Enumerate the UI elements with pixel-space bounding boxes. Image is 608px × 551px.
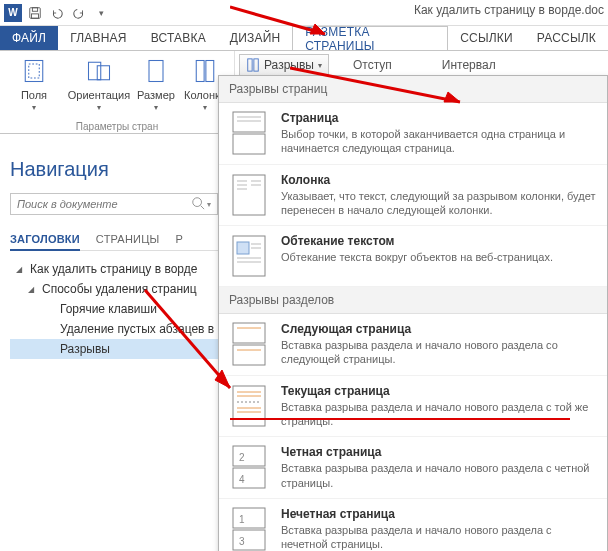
item-title: Страница — [281, 111, 597, 125]
svg-rect-29 — [233, 345, 265, 365]
tab-design[interactable]: ДИЗАЙН — [218, 26, 293, 50]
ribbon-tabs: ФАЙЛ ГЛАВНАЯ ВСТАВКА ДИЗАЙН РАЗМЕТКА СТР… — [0, 26, 608, 50]
size-icon — [140, 55, 172, 87]
tree-label: Способы удаления страниц — [42, 282, 197, 296]
svg-rect-5 — [89, 62, 101, 80]
margins-icon — [18, 55, 50, 87]
svg-rect-9 — [206, 61, 214, 82]
break-item-textwrap[interactable]: Обтекание текстом Обтекание текста вокру… — [219, 226, 607, 287]
tab-file[interactable]: ФАЙЛ — [0, 26, 58, 50]
size-label: Размер — [137, 89, 175, 101]
breaks-icon — [246, 58, 260, 72]
qat-more-icon[interactable]: ▾ — [92, 4, 110, 22]
interval-label: Интервал — [432, 54, 506, 76]
tree-node[interactable]: ◢ Способы удаления страниц — [10, 279, 218, 299]
svg-rect-23 — [237, 242, 249, 254]
tree-node[interactable]: ◢ Как удалить страницу в ворде — [10, 259, 218, 279]
item-desc: Вставка разрыва раздела и начало нового … — [281, 338, 597, 367]
annotation-underline — [230, 418, 570, 420]
tree-label: Разрывы — [60, 342, 110, 356]
svg-rect-12 — [233, 112, 265, 132]
svg-rect-39 — [233, 468, 265, 488]
svg-rect-8 — [196, 61, 204, 82]
nav-tree: ◢ Как удалить страницу в ворде ◢ Способы… — [10, 259, 218, 359]
breaks-label: Разрывы — [264, 58, 314, 72]
svg-text:4: 4 — [239, 474, 245, 485]
item-desc: Вставка разрыва раздела и начало нового … — [281, 523, 597, 551]
nav-tab-results[interactable]: Р — [175, 229, 183, 250]
tree-node[interactable]: Горячие клавиши — [10, 299, 218, 319]
svg-text:2: 2 — [239, 452, 245, 463]
orientation-button[interactable]: Ориентация ▾ — [66, 53, 132, 114]
break-item-column[interactable]: Колонка Указывает, что текст, следующий … — [219, 165, 607, 227]
even-page-section-icon: 24 — [229, 445, 269, 489]
section-title-sections: Разрывы разделов — [219, 287, 607, 314]
svg-rect-42 — [233, 508, 265, 528]
group-label-page-setup: Параметры стран — [4, 121, 230, 132]
undo-icon[interactable] — [48, 4, 66, 22]
svg-rect-13 — [233, 134, 265, 154]
tab-home[interactable]: ГЛАВНАЯ — [58, 26, 138, 50]
svg-rect-7 — [149, 61, 163, 82]
item-title: Нечетная страница — [281, 507, 597, 521]
search-icon[interactable] — [191, 196, 205, 213]
item-title: Колонка — [281, 173, 597, 187]
save-icon[interactable] — [26, 4, 44, 22]
nav-search[interactable]: ▾ — [10, 193, 218, 215]
nav-tab-headings[interactable]: ЗАГОЛОВКИ — [10, 229, 80, 251]
svg-rect-4 — [29, 64, 40, 78]
collapse-icon: ◢ — [16, 265, 26, 274]
svg-rect-6 — [97, 66, 109, 80]
svg-text:3: 3 — [239, 536, 245, 547]
size-button[interactable]: Размер ▾ — [134, 53, 178, 114]
word-app-icon[interactable]: W — [4, 4, 22, 22]
continuous-section-icon — [229, 384, 269, 428]
tab-mailings[interactable]: РАССЫЛК — [525, 26, 608, 50]
chevron-down-icon: ▾ — [203, 103, 207, 112]
svg-rect-10 — [248, 59, 252, 71]
svg-rect-2 — [32, 13, 39, 17]
tab-insert[interactable]: ВСТАВКА — [139, 26, 218, 50]
tree-node-selected[interactable]: Разрывы — [10, 339, 218, 359]
document-title: Как удалить страницу в ворде.doc — [414, 3, 604, 17]
item-desc: Вставка разрыва раздела и начало нового … — [281, 461, 597, 490]
textwrap-break-icon — [229, 234, 269, 278]
breaks-button[interactable]: Разрывы ▾ — [239, 54, 329, 76]
redo-icon[interactable] — [70, 4, 88, 22]
next-page-section-icon — [229, 322, 269, 366]
quick-access-toolbar: W ▾ — [4, 4, 110, 22]
break-item-odd-page[interactable]: 13 Нечетная страница Вставка разрыва раз… — [219, 499, 607, 551]
collapse-icon: ◢ — [28, 285, 38, 294]
column-break-icon — [229, 173, 269, 217]
break-item-page[interactable]: Страница Выбор точки, в которой заканчив… — [219, 103, 607, 165]
tab-page-layout[interactable]: РАЗМЕТКА СТРАНИЦЫ — [292, 26, 448, 51]
margins-label: Поля — [21, 89, 47, 101]
tree-label: Горячие клавиши — [60, 302, 157, 316]
break-item-next-page[interactable]: Следующая страница Вставка разрыва разде… — [219, 314, 607, 376]
item-desc: Обтекание текста вокруг объектов на веб-… — [281, 250, 597, 264]
odd-page-section-icon: 13 — [229, 507, 269, 551]
svg-point-46 — [193, 197, 202, 206]
orientation-icon — [83, 55, 115, 87]
chevron-down-icon[interactable]: ▾ — [205, 200, 213, 209]
tree-label: Удаление пустых абзацев в — [60, 322, 214, 336]
tree-label: Как удалить страницу в ворде — [30, 262, 197, 276]
item-desc: Указывает, что текст, следующий за разры… — [281, 189, 597, 218]
tab-references[interactable]: ССЫЛКИ — [448, 26, 525, 50]
columns-icon — [189, 55, 221, 87]
item-desc: Вставка разрыва раздела и начало нового … — [281, 400, 597, 429]
break-item-even-page[interactable]: 24 Четная страница Вставка разрыва разде… — [219, 437, 607, 499]
break-item-continuous[interactable]: Текущая страница Вставка разрыва раздела… — [219, 376, 607, 438]
nav-tabs: ЗАГОЛОВКИ СТРАНИЦЫ Р — [10, 229, 218, 251]
nav-tab-pages[interactable]: СТРАНИЦЫ — [96, 229, 160, 250]
item-title: Обтекание текстом — [281, 234, 597, 248]
svg-rect-28 — [233, 323, 265, 343]
section-title-pages: Разрывы страниц — [219, 76, 607, 103]
search-input[interactable] — [15, 197, 191, 211]
svg-line-47 — [201, 205, 205, 209]
svg-rect-11 — [254, 59, 258, 71]
tree-node[interactable]: Удаление пустых абзацев в — [10, 319, 218, 339]
margins-button[interactable]: Поля ▾ — [4, 53, 64, 114]
page-setup-group: Поля ▾ Ориентация ▾ Размер ▾ — [0, 51, 235, 133]
breaks-dropdown: Разрывы страниц Страница Выбор точки, в … — [218, 75, 608, 551]
